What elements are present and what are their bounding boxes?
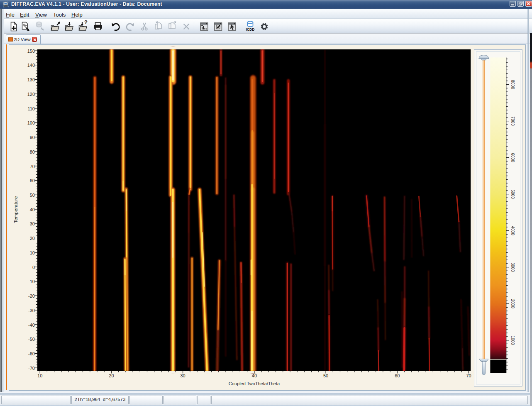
svg-text:90: 90 <box>30 135 35 140</box>
svg-text:140: 140 <box>27 63 35 68</box>
svg-text:20: 20 <box>109 373 114 378</box>
svg-text:30: 30 <box>180 373 185 378</box>
svg-text:?: ? <box>84 19 88 25</box>
svg-text:5000: 5000 <box>510 189 515 199</box>
svg-text:4000: 4000 <box>510 226 515 235</box>
svg-text:-20: -20 <box>28 293 35 298</box>
svg-text:8000: 8000 <box>510 80 515 89</box>
svg-text:60: 60 <box>30 178 35 183</box>
svg-text:2000: 2000 <box>510 299 515 308</box>
svg-text:120: 120 <box>27 92 35 97</box>
svg-text:ICDD: ICDD <box>246 27 255 32</box>
svg-text:-50: -50 <box>28 337 35 342</box>
svg-text:150: 150 <box>27 49 35 54</box>
svg-text:-10: -10 <box>28 279 35 284</box>
svg-text:3000: 3000 <box>510 262 515 272</box>
svg-text:-60: -60 <box>28 351 35 356</box>
svg-text:7000: 7000 <box>510 116 515 126</box>
svg-text:Coupled TwoTheta/Theta: Coupled TwoTheta/Theta <box>229 381 280 386</box>
svg-text:-70: -70 <box>28 366 35 371</box>
svg-text:40: 40 <box>252 373 257 378</box>
svg-text:40: 40 <box>30 207 35 212</box>
svg-text:100: 100 <box>27 120 35 125</box>
svg-text:60: 60 <box>395 373 400 378</box>
svg-text:50: 50 <box>323 373 328 378</box>
svg-text:Temperature: Temperature <box>13 196 18 223</box>
svg-text:-40: -40 <box>28 323 35 328</box>
svg-text:20: 20 <box>30 236 35 241</box>
svg-text:-30: -30 <box>28 308 35 313</box>
svg-text:70: 70 <box>30 164 35 169</box>
svg-text:1000: 1000 <box>510 335 515 345</box>
svg-text:130: 130 <box>27 77 35 82</box>
svg-text:70: 70 <box>466 373 471 378</box>
svg-text:0: 0 <box>32 265 35 270</box>
svg-text:110: 110 <box>27 106 35 111</box>
svg-text:10: 10 <box>30 250 35 255</box>
svg-text:50: 50 <box>30 193 35 198</box>
svg-text:10: 10 <box>37 373 42 378</box>
svg-text:6000: 6000 <box>510 153 515 162</box>
svg-text:30: 30 <box>30 221 35 226</box>
svg-text:80: 80 <box>30 149 35 154</box>
